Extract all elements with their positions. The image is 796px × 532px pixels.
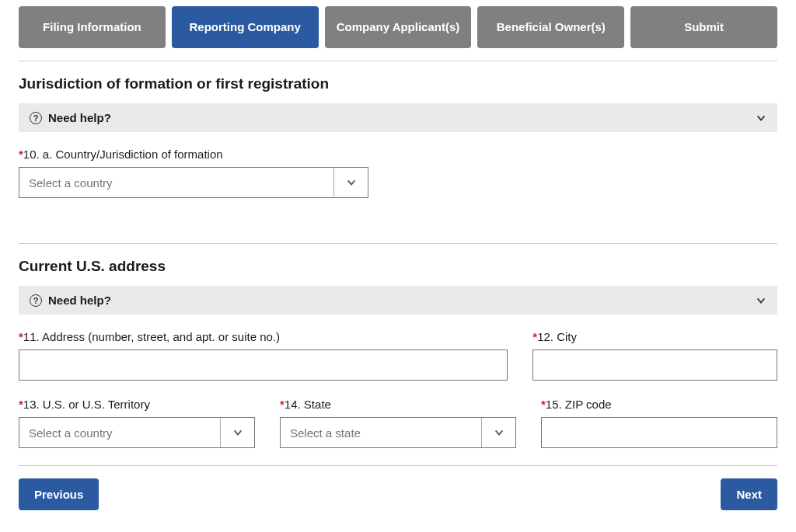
select-territory[interactable] bbox=[19, 417, 255, 448]
next-button[interactable]: Next bbox=[721, 478, 777, 510]
label-zip: *15. ZIP code bbox=[541, 398, 777, 411]
tab-company-applicant[interactable]: Company Applicant(s) bbox=[325, 6, 472, 48]
button-row: Previous Next bbox=[19, 465, 777, 510]
tab-beneficial-owners[interactable]: Beneficial Owner(s) bbox=[477, 6, 624, 48]
tab-submit[interactable]: Submit bbox=[630, 6, 777, 48]
input-city[interactable] bbox=[532, 349, 777, 381]
chevron-down-icon bbox=[756, 295, 766, 306]
chevron-down-icon bbox=[346, 177, 357, 188]
label-country-jurisdiction: *10. a. Country/Jurisdiction of formatio… bbox=[19, 148, 368, 161]
select-territory-input[interactable] bbox=[19, 418, 220, 447]
tab-filing-information[interactable]: Filing Information bbox=[19, 6, 166, 48]
section-title-jurisdiction: Jurisdiction of formation or first regis… bbox=[19, 75, 777, 92]
label-territory: *13. U.S. or U.S. Territory bbox=[19, 398, 255, 411]
label-city: *12. City bbox=[532, 330, 777, 343]
divider bbox=[19, 243, 777, 244]
tab-bar: Filing Information Reporting Company Com… bbox=[19, 6, 777, 48]
select-country-jurisdiction-input[interactable] bbox=[19, 168, 333, 197]
section-title-address: Current U.S. address bbox=[19, 258, 777, 275]
help-label: Need help? bbox=[48, 111, 111, 124]
select-state[interactable] bbox=[280, 417, 516, 448]
select-arrow[interactable] bbox=[220, 418, 254, 447]
chevron-down-icon bbox=[756, 113, 766, 123]
label-address: *11. Address (number, street, and apt. o… bbox=[19, 330, 508, 343]
help-panel-address[interactable]: ? Need help? bbox=[19, 286, 777, 315]
help-label: Need help? bbox=[48, 294, 111, 307]
label-state: *14. State bbox=[280, 398, 516, 411]
help-icon: ? bbox=[30, 112, 42, 124]
tab-reporting-company[interactable]: Reporting Company bbox=[172, 6, 319, 48]
input-address[interactable] bbox=[19, 349, 508, 381]
select-state-input[interactable] bbox=[281, 418, 481, 447]
help-icon: ? bbox=[30, 294, 42, 307]
select-arrow[interactable] bbox=[333, 168, 368, 197]
select-arrow[interactable] bbox=[481, 418, 515, 447]
input-zip[interactable] bbox=[541, 417, 777, 448]
help-panel-jurisdiction[interactable]: ? Need help? bbox=[19, 103, 777, 132]
select-country-jurisdiction[interactable] bbox=[19, 167, 368, 198]
previous-button[interactable]: Previous bbox=[19, 478, 99, 510]
chevron-down-icon bbox=[494, 427, 504, 438]
divider bbox=[19, 61, 777, 61]
chevron-down-icon bbox=[232, 427, 243, 438]
